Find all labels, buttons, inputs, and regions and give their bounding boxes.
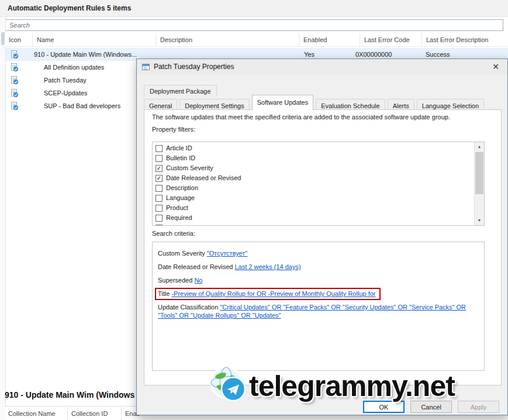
checkbox[interactable] — [155, 225, 163, 226]
checkbox[interactable]: ✓ — [155, 165, 163, 172]
adr-icon — [9, 75, 19, 85]
ok-button[interactable]: OK — [363, 401, 405, 413]
filter-label: Date Released or Revised — [166, 173, 241, 183]
checkbox[interactable] — [155, 155, 163, 162]
criteria-custom-severity: Custom Severity "Отсутствует" — [158, 249, 479, 257]
criteria-field: Update Classification — [158, 304, 218, 311]
tab-description: The software updates that meet the speci… — [152, 113, 494, 121]
row-name: 910 - Update Main Wim (Windows... — [34, 48, 137, 61]
criteria-field: Title — [158, 290, 170, 297]
criteria-value-link[interactable]: -Preview of Quality Rollup for OR -Previ… — [171, 290, 375, 297]
tab-deployment-package[interactable]: Deployment Package — [144, 85, 217, 97]
row-name: Patch Tuesday — [44, 74, 87, 87]
scroll-up-icon[interactable]: ▲ — [475, 142, 484, 152]
filter-item-custom-severity[interactable]: ✓ Custom Severity — [155, 163, 484, 173]
filter-label: Required — [166, 213, 192, 223]
criteria-field: Date Released or Revised — [158, 263, 233, 270]
detail-title: 910 - Update Main Wim (Windows — [5, 390, 137, 400]
filter-item-required[interactable]: Required — [155, 213, 484, 223]
checkbox[interactable] — [155, 195, 163, 202]
filter-item-bulletin-id[interactable]: Bulletin ID — [155, 153, 484, 163]
search-criteria-label: Search criteria: — [152, 230, 195, 237]
adr-icon — [9, 101, 19, 111]
filter-item-product[interactable]: Product — [155, 203, 484, 213]
dialog-title: Patch Tuesday Properties — [154, 59, 234, 75]
checkbox[interactable] — [155, 215, 163, 222]
criteria-superseded: Superseded No — [158, 276, 479, 284]
column-header-description[interactable]: Description — [156, 33, 299, 47]
software-updates-tab-panel: The software updates that meet the speci… — [144, 109, 502, 385]
filter-label: Bulletin ID — [166, 153, 195, 163]
scroll-thumb[interactable] — [475, 152, 483, 194]
cancel-button[interactable]: Cancel — [410, 401, 452, 413]
filter-item-date-released[interactable]: ✓ Date Released or Revised — [155, 173, 484, 183]
adr-icon — [9, 50, 19, 59]
column-header-icon[interactable]: Icon — [5, 33, 33, 47]
adr-icon — [9, 88, 19, 98]
checkbox[interactable] — [155, 185, 163, 192]
column-header-name[interactable]: Name — [33, 33, 156, 47]
apply-button[interactable]: Apply — [458, 401, 499, 413]
criteria-date-released: Date Released or Revised Last 2 weeks (1… — [158, 263, 479, 271]
patch-tuesday-properties-dialog: Patch Tuesday Properties ✕ Deployment Pa… — [136, 58, 508, 415]
criteria-value-link[interactable]: "Отсутствует" — [207, 250, 248, 257]
row-name: All Definition updates — [44, 61, 104, 74]
checkbox[interactable] — [155, 145, 163, 152]
tab-strip: General Deployment Settings Software Upd… — [144, 97, 485, 109]
filter-item-language[interactable]: Language — [155, 193, 484, 203]
checkbox[interactable] — [155, 205, 163, 212]
table-header: Icon Name Description Enabled Last Error… — [5, 33, 508, 47]
dialog-icon — [141, 63, 150, 71]
close-icon[interactable]: ✕ — [489, 61, 502, 73]
column-header-last-error-code[interactable]: Last Error Code — [360, 33, 422, 47]
criteria-update-classification: Update Classification "Critical Updates"… — [158, 303, 479, 319]
filter-label: Custom Severity — [166, 163, 213, 173]
scroll-down-icon[interactable]: ▼ — [475, 216, 484, 225]
adr-icon — [9, 63, 19, 72]
property-filters-label: Property filters: — [152, 126, 195, 133]
column-header-collection-id[interactable]: Collection ID — [68, 407, 122, 420]
filter-label: Article ID — [166, 143, 192, 153]
criteria-value-link[interactable]: Last 2 weeks (14 days) — [234, 263, 300, 270]
criteria-value-link[interactable]: No — [194, 277, 202, 284]
scrollbar[interactable]: ▲ ▼ — [474, 142, 484, 225]
filter-item-description[interactable]: Description — [155, 183, 484, 193]
property-filters-list[interactable]: Article ID Bulletin ID ✓ Custom Severity… — [152, 142, 485, 226]
row-name: SCEP-Updates — [44, 87, 88, 99]
page-title: Automatic Deployment Rules 5 items — [0, 0, 508, 17]
checkbox[interactable]: ✓ — [155, 175, 163, 182]
screen: Automatic Deployment Rules 5 items Icon … — [0, 0, 508, 420]
filter-item-article-id[interactable]: Article ID — [155, 143, 484, 153]
criteria-field: Custom Severity — [158, 250, 205, 257]
dialog-titlebar[interactable]: Patch Tuesday Properties ✕ — [137, 59, 507, 75]
search-criteria-box: Custom Severity "Отсутствует" Date Relea… — [152, 242, 485, 371]
column-header-last-error-description[interactable]: Last Error Description — [422, 33, 508, 47]
filter-label: Product — [166, 203, 188, 213]
filter-label: Severity — [166, 223, 189, 226]
filter-label: Description — [166, 183, 198, 193]
filter-label: Language — [166, 193, 195, 203]
column-header-collection-name[interactable]: Collection Name — [5, 407, 68, 420]
criteria-title: Title -Preview of Quality Rollup for OR … — [158, 290, 479, 298]
search-input[interactable] — [5, 19, 503, 31]
row-name: SUP - Bad Bad developers — [44, 99, 120, 112]
tab-software-updates[interactable]: Software Updates — [252, 95, 313, 110]
criteria-field: Superseded — [158, 277, 192, 284]
column-header-enabled[interactable]: Enabled — [299, 33, 360, 47]
red-highlight-box: Title -Preview of Quality Rollup for OR … — [155, 288, 381, 300]
filter-item-severity[interactable]: Severity — [155, 223, 484, 226]
